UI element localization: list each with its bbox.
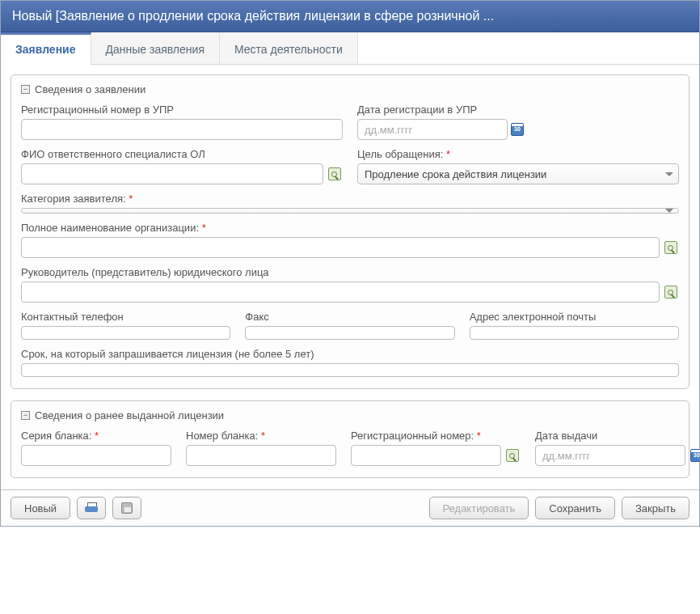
required-icon: * — [446, 148, 450, 160]
calendar-button[interactable] — [511, 119, 524, 140]
calendar-icon — [511, 123, 524, 136]
edit-button[interactable]: Редактировать — [429, 497, 529, 519]
label-fio: ФИО ответственного специалиста ОЛ — [21, 148, 343, 160]
input-fio[interactable] — [21, 163, 323, 184]
required-icon: * — [477, 430, 481, 442]
field-category: Категория заявителя: * — [21, 193, 679, 214]
label-prev-reg-number: Регистрационный номер: * — [351, 430, 521, 442]
tab-places[interactable]: Места деятельности — [220, 32, 358, 64]
label-category: Категория заявителя: * — [21, 193, 679, 205]
input-reg-date-upr[interactable] — [357, 119, 508, 140]
lookup-icon — [506, 449, 519, 462]
fieldset-header: − Сведения о ранее выданной лицензии — [21, 409, 679, 421]
calendar-button[interactable] — [689, 445, 700, 466]
fieldset-legend: Сведения о ранее выданной лицензии — [35, 409, 224, 421]
field-purpose: Цель обращения: * Продление срока действ… — [357, 148, 679, 184]
fieldset-legend: Сведения о заявлении — [35, 83, 145, 95]
field-issue-date: Дата выдачи — [535, 430, 700, 466]
input-prev-reg-number[interactable] — [351, 445, 501, 466]
input-blank-number[interactable] — [186, 445, 336, 466]
fieldset-header: − Сведения о заявлении — [21, 83, 679, 95]
field-blank-number: Номер бланка: * — [186, 430, 336, 466]
lookup-button[interactable] — [504, 445, 521, 466]
label-blank-number: Номер бланка: * — [186, 430, 336, 442]
chevron-down-icon — [665, 172, 673, 176]
required-icon: * — [95, 430, 99, 442]
print-button[interactable] — [77, 497, 106, 519]
field-reg-date-upr: Дата регистрации в УПР — [357, 104, 679, 140]
collapse-icon[interactable]: − — [21, 411, 30, 420]
select-purpose-value: Продление срока действия лицензии — [365, 168, 546, 180]
tab-data[interactable]: Данные заявления — [91, 32, 220, 64]
field-fax: Факс — [245, 311, 454, 340]
select-purpose[interactable]: Продление срока действия лицензии — [357, 163, 679, 184]
required-icon: * — [129, 193, 133, 205]
form-content: − Сведения о заявлении Регистрационный н… — [1, 65, 699, 489]
label-director: Руководитель (представитель) юридическог… — [21, 266, 679, 278]
input-term[interactable] — [21, 363, 679, 377]
close-button[interactable]: Закрыть — [622, 497, 689, 519]
modal-window: Новый [Заявление о продлении срока дейст… — [0, 0, 700, 527]
required-icon: * — [202, 222, 206, 234]
label-purpose: Цель обращения: * — [357, 148, 679, 160]
calendar-icon — [690, 449, 700, 462]
tab-application[interactable]: Заявление — [1, 32, 91, 65]
required-icon: * — [261, 430, 265, 442]
input-email[interactable] — [470, 326, 679, 340]
field-email: Адрес электронной почты — [470, 311, 679, 340]
disk-icon — [121, 502, 133, 514]
label-email: Адрес электронной почты — [470, 311, 679, 323]
input-phone[interactable] — [21, 326, 230, 340]
select-category[interactable] — [21, 208, 679, 214]
chevron-down-icon — [665, 209, 673, 213]
lookup-button[interactable] — [327, 163, 343, 184]
printer-icon — [85, 502, 98, 514]
label-issue-date: Дата выдачи — [535, 430, 700, 442]
label-org-full-name: Полное наименование организации: * — [21, 222, 679, 234]
field-director: Руководитель (представитель) юридическог… — [21, 266, 679, 303]
label-blank-series: Серия бланка: * — [21, 430, 171, 442]
lookup-icon — [664, 241, 677, 254]
label-term: Срок, на который запрашивается лицензия … — [21, 348, 679, 360]
footer-toolbar: Новый Редактировать Сохранить Закрыть — [1, 489, 699, 526]
lookup-button[interactable] — [663, 282, 679, 303]
field-reg-number-upr: Регистрационный номер в УПР — [21, 104, 343, 140]
field-blank-series: Серия бланка: * — [21, 430, 171, 466]
input-blank-series[interactable] — [21, 445, 171, 466]
new-button[interactable]: Новый — [11, 497, 70, 519]
label-fax: Факс — [245, 311, 454, 323]
fieldset-prev-license: − Сведения о ранее выданной лицензии Сер… — [11, 400, 689, 478]
window-title: Новый [Заявление о продлении срока дейст… — [12, 9, 494, 23]
input-issue-date[interactable] — [535, 445, 685, 466]
fieldset-application-info: − Сведения о заявлении Регистрационный н… — [11, 74, 689, 389]
label-reg-number-upr: Регистрационный номер в УПР — [21, 104, 343, 116]
collapse-icon[interactable]: − — [21, 85, 30, 94]
tab-label: Данные заявления — [106, 43, 205, 56]
field-phone: Контактный телефон — [21, 311, 230, 340]
tab-label: Места деятельности — [234, 43, 343, 56]
lookup-icon — [664, 286, 677, 299]
field-term: Срок, на который запрашивается лицензия … — [21, 348, 679, 377]
field-fio: ФИО ответственного специалиста ОЛ — [21, 148, 343, 184]
lookup-icon — [328, 167, 341, 180]
label-phone: Контактный телефон — [21, 311, 230, 323]
label-reg-date-upr: Дата регистрации в УПР — [357, 104, 679, 116]
tabstrip: Заявление Данные заявления Места деятель… — [1, 32, 699, 65]
input-org-full-name[interactable] — [21, 237, 660, 258]
input-reg-number-upr[interactable] — [21, 119, 343, 140]
tab-label: Заявление — [15, 43, 76, 56]
window-titlebar: Новый [Заявление о продлении срока дейст… — [1, 1, 699, 32]
input-fax[interactable] — [245, 326, 454, 340]
field-org-full-name: Полное наименование организации: * — [21, 222, 679, 258]
save-disk-button[interactable] — [112, 497, 141, 519]
save-button[interactable]: Сохранить — [535, 497, 615, 519]
lookup-button[interactable] — [663, 237, 679, 258]
field-prev-reg-number: Регистрационный номер: * — [351, 430, 521, 466]
input-director[interactable] — [21, 282, 660, 303]
